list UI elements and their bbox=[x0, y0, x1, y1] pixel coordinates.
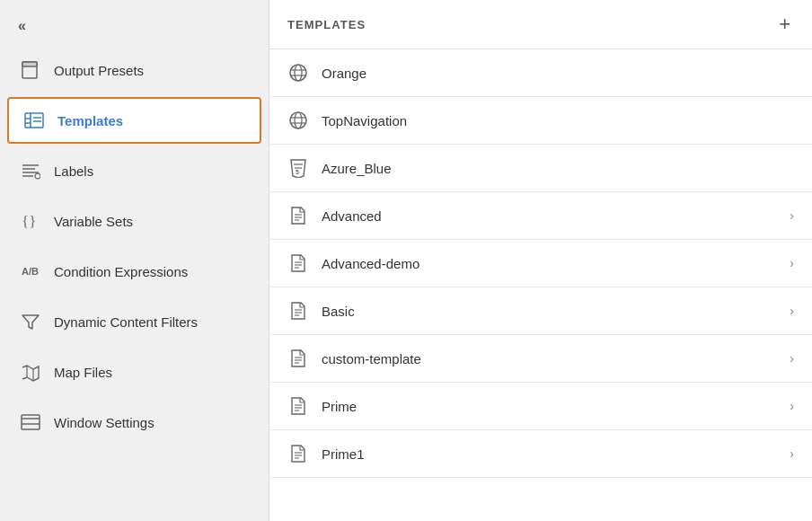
svg-text:A/B: A/B bbox=[22, 266, 39, 277]
condition-expressions-icon: A/B bbox=[20, 260, 41, 282]
template-item-custom-template[interactable]: custom-template › bbox=[269, 335, 812, 383]
html5-icon-azure-blue: 5 bbox=[287, 157, 309, 179]
chevron-right-icon-advanced: › bbox=[790, 208, 794, 223]
svg-point-21 bbox=[290, 65, 306, 81]
file-icon-advanced-demo bbox=[287, 252, 309, 274]
svg-rect-2 bbox=[25, 113, 43, 128]
sidebar-item-dynamic-content-filters[interactable]: Dynamic Content Filters bbox=[0, 296, 269, 347]
sidebar-item-labels[interactable]: Labels bbox=[0, 146, 269, 196]
labels-icon bbox=[20, 160, 41, 181]
chevron-right-icon-basic: › bbox=[790, 304, 794, 318]
template-label-azure-blue: Azure_Blue bbox=[322, 161, 794, 176]
sidebar-item-label-variable-sets: Variable Sets bbox=[54, 214, 133, 229]
template-item-top-navigation[interactable]: TopNavigation bbox=[269, 97, 812, 145]
sidebar-item-label-output-presets: Output Presets bbox=[54, 63, 144, 78]
template-label-top-navigation: TopNavigation bbox=[322, 113, 794, 128]
collapse-button[interactable]: « bbox=[0, 7, 269, 45]
file-icon-prime1 bbox=[287, 443, 309, 464]
chevron-right-icon-prime1: › bbox=[790, 446, 794, 461]
template-item-basic[interactable]: Basic › bbox=[269, 287, 812, 335]
sidebar-item-label-condition-expressions: Condition Expressions bbox=[54, 264, 188, 279]
app-container: « Output Presets bbox=[0, 0, 812, 521]
sidebar-item-map-files[interactable]: Map Files bbox=[0, 347, 269, 397]
chevron-right-icon-advanced-demo: › bbox=[790, 256, 794, 270]
file-icon-prime bbox=[287, 395, 309, 417]
template-label-basic: Basic bbox=[322, 304, 777, 319]
sidebar-item-condition-expressions[interactable]: A/B Condition Expressions bbox=[0, 246, 269, 296]
svg-rect-18 bbox=[22, 415, 40, 429]
svg-text:5: 5 bbox=[296, 169, 299, 175]
panel-title: TEMPLATES bbox=[287, 18, 366, 31]
output-presets-icon bbox=[20, 59, 41, 81]
svg-point-12 bbox=[35, 173, 40, 179]
globe-icon-top-navigation bbox=[287, 110, 309, 131]
template-list: Orange TopNavigation bbox=[269, 49, 812, 521]
sidebar-item-label-window-settings: Window Settings bbox=[54, 415, 154, 430]
sidebar-item-templates[interactable]: Templates bbox=[7, 97, 261, 144]
svg-rect-1 bbox=[22, 62, 37, 66]
svg-marker-15 bbox=[22, 315, 39, 329]
map-files-icon bbox=[20, 361, 41, 383]
template-item-azure-blue[interactable]: 5 Azure_Blue bbox=[269, 145, 812, 192]
template-item-advanced[interactable]: Advanced › bbox=[269, 192, 812, 240]
sidebar-item-label-templates: Templates bbox=[57, 113, 123, 128]
main-panel: TEMPLATES + Orange bbox=[269, 0, 812, 521]
template-item-prime1[interactable]: Prime1 › bbox=[269, 430, 812, 478]
variable-sets-icon: {} bbox=[20, 210, 41, 232]
dynamic-content-filters-icon bbox=[20, 311, 41, 332]
collapse-icon: « bbox=[18, 18, 24, 34]
template-item-prime[interactable]: Prime › bbox=[269, 383, 812, 430]
sidebar-item-window-settings[interactable]: Window Settings bbox=[0, 397, 269, 447]
sidebar-item-variable-sets[interactable]: {} Variable Sets bbox=[0, 196, 269, 246]
template-label-orange: Orange bbox=[322, 66, 794, 81]
template-item-orange[interactable]: Orange bbox=[269, 49, 812, 97]
sidebar-item-label-dynamic-content-filters: Dynamic Content Filters bbox=[54, 314, 198, 330]
template-label-advanced-demo: Advanced-demo bbox=[322, 256, 777, 271]
file-icon-advanced bbox=[287, 205, 309, 226]
svg-point-22 bbox=[295, 65, 302, 81]
sidebar: « Output Presets bbox=[0, 0, 269, 521]
templates-icon bbox=[23, 110, 45, 131]
globe-icon-orange bbox=[287, 62, 309, 84]
svg-text:{}: {} bbox=[22, 213, 36, 230]
template-label-prime1: Prime1 bbox=[322, 446, 777, 462]
panel-header: TEMPLATES + bbox=[269, 0, 812, 49]
template-label-custom-template: custom-template bbox=[322, 351, 777, 366]
chevron-right-icon-custom-template: › bbox=[790, 351, 794, 366]
svg-point-25 bbox=[290, 112, 306, 128]
sidebar-item-label-map-files: Map Files bbox=[54, 365, 112, 380]
file-icon-custom-template bbox=[287, 348, 309, 369]
chevron-right-icon-prime: › bbox=[790, 399, 794, 413]
sidebar-item-output-presets[interactable]: Output Presets bbox=[0, 45, 269, 95]
template-label-advanced: Advanced bbox=[322, 208, 777, 224]
svg-point-26 bbox=[295, 112, 302, 128]
window-settings-icon bbox=[20, 411, 41, 433]
template-label-prime: Prime bbox=[322, 399, 777, 414]
file-icon-basic bbox=[287, 300, 309, 322]
template-item-advanced-demo[interactable]: Advanced-demo › bbox=[269, 240, 812, 287]
add-template-button[interactable]: + bbox=[775, 14, 794, 34]
sidebar-item-label-labels: Labels bbox=[54, 163, 93, 179]
